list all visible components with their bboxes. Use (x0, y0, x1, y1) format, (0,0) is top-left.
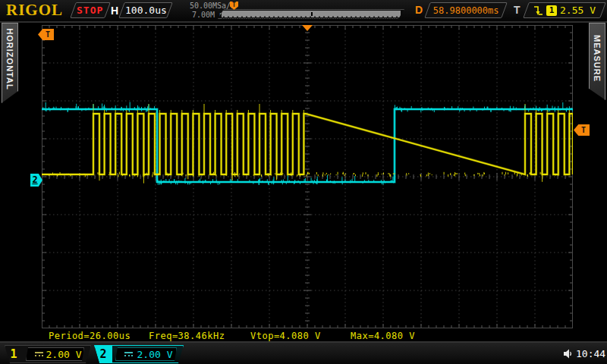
timebase-value: 100.0us (125, 5, 167, 16)
oscilloscope-screen: RIGOL STOP H 100.0us 50.00MSa/s 7.00M pt… (0, 0, 607, 364)
channel2-badge: 2 (94, 345, 112, 363)
tab-measure-label: MEASURE (593, 35, 602, 82)
tab-horizontal-label: HORIZONTAL (5, 28, 14, 89)
tab-horizontal[interactable]: HORIZONTAL (2, 23, 18, 103)
channel2-scale: 2.00 V (133, 349, 177, 360)
sweep-center-notch (311, 12, 313, 16)
trigger-level-flag[interactable]: T (574, 124, 590, 136)
run-status-badge: STOP (70, 2, 111, 18)
timebase-readout[interactable]: 100.0us (118, 2, 173, 18)
measurement-vtop: Vtop=4.080 V (250, 331, 321, 341)
trigger-label: T (514, 4, 521, 16)
trigger-level-value: 2.55 V (560, 5, 596, 16)
top-status-bar: RIGOL STOP H 100.0us 50.00MSa/s 7.00M pt… (0, 0, 607, 23)
channel1-status[interactable]: 1 2.00 V (5, 345, 91, 363)
measurement-freq: Freq=38.46kHz (149, 331, 225, 341)
delay-label: D (415, 4, 423, 16)
trigger-position-icon[interactable] (302, 25, 313, 31)
delay-readout[interactable]: 58.9800000ms (424, 2, 508, 18)
trigger-readout[interactable]: 1 2.55 V (523, 2, 606, 18)
clock: 10:44 (576, 348, 605, 359)
trigger-time-flag[interactable]: T (38, 29, 54, 40)
channel1-badge: 1 (5, 347, 23, 361)
channel2-status[interactable]: 2 2.00 V (94, 345, 184, 363)
run-status-label: STOP (77, 5, 103, 16)
speaker-icon (563, 349, 574, 359)
measurement-max: Max=4.080 V (351, 331, 415, 341)
channel1-scale: 2.00 V (43, 349, 84, 360)
rigol-logo: RIGOL (6, 1, 63, 20)
sweep-wave-icon (222, 15, 401, 22)
tab-measure[interactable]: MEASURE (589, 23, 605, 100)
channel2-position-marker[interactable]: 2 (30, 174, 42, 187)
channel1-scale-box: 2.00 V (26, 347, 84, 361)
delay-value: 58.9800000ms (433, 5, 499, 16)
falling-edge-icon (533, 5, 543, 16)
horizontal-label: H (111, 5, 118, 17)
trigger-source-badge: 1 (546, 5, 557, 16)
dc-coupling-icon (124, 352, 133, 357)
sweep-band (222, 11, 401, 17)
channel2-scale-box: 2.00 V (115, 347, 177, 361)
channel-status-bar: 1 2.00 V 2 2.00 V 10:44 (0, 341, 607, 364)
dc-coupling-icon (35, 352, 43, 357)
memory-sweep-bar (218, 9, 404, 19)
measurement-period: Period=26.00us (49, 331, 131, 341)
graticule (42, 25, 573, 328)
